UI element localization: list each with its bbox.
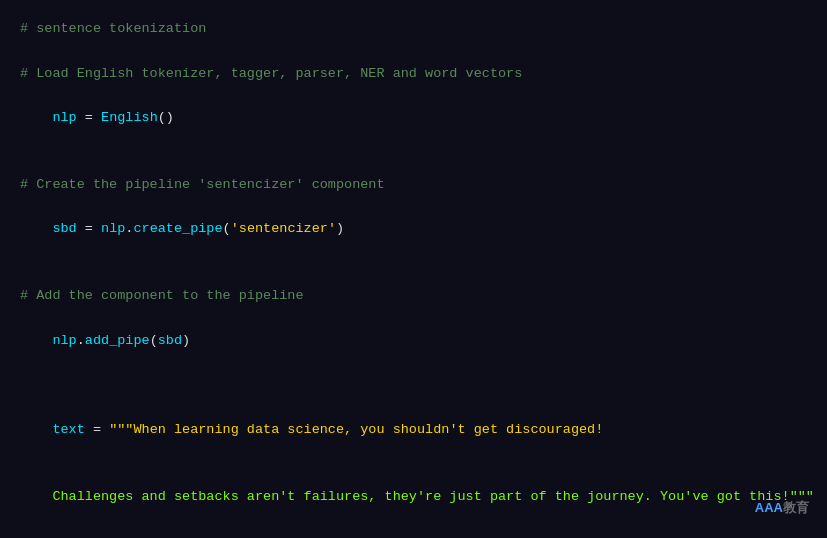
code-line-7: sbd = nlp.create_pipe('sentencizer') — [20, 196, 807, 263]
code-line-1: # sentence tokenization — [20, 18, 807, 40]
code-line-3: # Load English tokenizer, tagger, parser… — [20, 63, 807, 85]
code-line-12: text = """When learning data science, yo… — [20, 397, 807, 464]
code-line-9: # Add the component to the pipeline — [20, 285, 807, 307]
code-line-13: Challenges and setbacks aren't failures,… — [20, 463, 807, 530]
code-line-blank-2 — [20, 152, 807, 174]
code-line-blank-3 — [20, 263, 807, 285]
code-line-blank-4 — [20, 374, 807, 396]
watermark-suffix: 教育 — [783, 500, 809, 515]
code-line-blank-1 — [20, 40, 807, 62]
code-line-6: # Create the pipeline 'sentencizer' comp… — [20, 174, 807, 196]
code-line-4: nlp = English() — [20, 85, 807, 152]
code-line-blank-5 — [20, 530, 807, 538]
code-editor: # sentence tokenization # Load English t… — [0, 0, 827, 538]
watermark: AAA教育 — [755, 499, 809, 524]
watermark-text: AAA — [755, 500, 783, 515]
code-line-10: nlp.add_pipe(sbd) — [20, 307, 807, 374]
